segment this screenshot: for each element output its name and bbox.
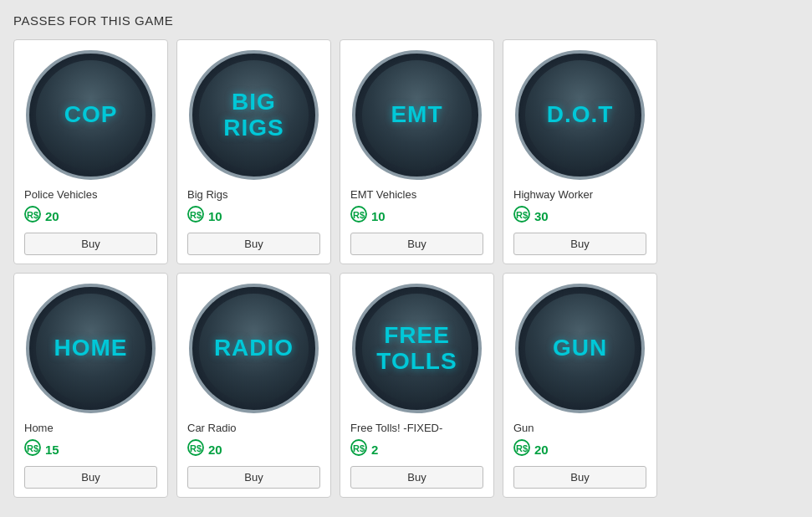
robux-icon-cop: R$ bbox=[24, 206, 41, 226]
pass-icon-text-free-tolls: FREETOLLS bbox=[376, 323, 457, 375]
pass-icon-free-tolls: FREETOLLS bbox=[352, 284, 482, 413]
robux-icon-gun: R$ bbox=[513, 439, 530, 459]
svg-text:R$: R$ bbox=[353, 443, 365, 453]
pass-icon-big-rigs: BIGRIGS bbox=[189, 50, 319, 180]
pass-name-emt: EMT Vehicles bbox=[350, 188, 416, 201]
pass-icon-text-emt: EMT bbox=[391, 102, 442, 128]
pass-price-free-tolls: R$ 2 bbox=[350, 439, 378, 459]
pass-icon-text-cop: COP bbox=[64, 102, 118, 128]
pass-icon-text-radio: RADIO bbox=[214, 335, 294, 361]
page-title: PASSES FOR THIS GAME bbox=[13, 13, 799, 28]
pass-card-gun: GUN Gun R$ 20 Buy bbox=[503, 273, 657, 498]
pass-price-big-rigs: R$ 10 bbox=[187, 206, 222, 226]
pass-price-emt: R$ 10 bbox=[350, 206, 386, 226]
pass-icon-dot: D.O.T bbox=[515, 50, 645, 180]
robux-icon-big-rigs: R$ bbox=[187, 206, 204, 226]
pass-name-gun: Gun bbox=[513, 422, 534, 434]
pass-price-cop: R$ 20 bbox=[24, 206, 59, 226]
buy-button-gun[interactable]: Buy bbox=[513, 466, 646, 489]
pass-name-cop: Police Vehicles bbox=[24, 188, 97, 201]
price-value-emt: 10 bbox=[371, 209, 386, 223]
pass-price-home: R$ 15 bbox=[24, 439, 59, 459]
pass-card-big-rigs: BIGRIGS Big Rigs R$ 10 Buy bbox=[176, 39, 331, 264]
svg-text:R$: R$ bbox=[27, 443, 38, 453]
buy-button-home[interactable]: Buy bbox=[24, 466, 157, 489]
svg-text:R$: R$ bbox=[27, 210, 38, 220]
svg-text:R$: R$ bbox=[516, 210, 528, 220]
pass-card-home: HOME Home R$ 15 Buy bbox=[13, 273, 168, 498]
pass-name-big-rigs: Big Rigs bbox=[187, 188, 227, 201]
robux-icon-home: R$ bbox=[24, 439, 41, 459]
svg-text:R$: R$ bbox=[190, 443, 202, 453]
pass-card-emt: EMT EMT Vehicles R$ 10 Buy bbox=[340, 39, 494, 264]
svg-text:R$: R$ bbox=[353, 210, 365, 220]
pass-name-home: Home bbox=[24, 422, 54, 434]
pass-card-cop: COP Police Vehicles R$ 20 Buy bbox=[13, 39, 168, 264]
price-value-gun: 20 bbox=[534, 443, 549, 457]
pass-name-radio: Car Radio bbox=[187, 422, 237, 434]
robux-icon-free-tolls: R$ bbox=[350, 439, 367, 459]
pass-icon-home: HOME bbox=[26, 284, 156, 413]
robux-icon-dot: R$ bbox=[513, 206, 530, 226]
pass-card-radio: RADIO Car Radio R$ 20 Buy bbox=[176, 273, 331, 498]
buy-button-big-rigs[interactable]: Buy bbox=[187, 233, 320, 255]
pass-name-free-tolls: Free Tolls! -FIXED- bbox=[350, 422, 442, 434]
buy-button-radio[interactable]: Buy bbox=[187, 466, 320, 489]
robux-icon-radio: R$ bbox=[187, 439, 204, 459]
pass-icon-cop: COP bbox=[26, 50, 156, 180]
price-value-home: 15 bbox=[45, 443, 59, 457]
price-value-cop: 20 bbox=[45, 209, 59, 223]
pass-card-dot: D.O.T Highway Worker R$ 30 Buy bbox=[503, 39, 657, 264]
passes-grid: COP Police Vehicles R$ 20 Buy BIGRIGS Bi… bbox=[13, 39, 799, 498]
pass-icon-gun: GUN bbox=[515, 284, 645, 413]
buy-button-dot[interactable]: Buy bbox=[513, 233, 646, 255]
pass-icon-radio: RADIO bbox=[189, 284, 319, 413]
pass-icon-text-gun: GUN bbox=[553, 335, 607, 361]
buy-button-emt[interactable]: Buy bbox=[350, 233, 483, 255]
buy-button-cop[interactable]: Buy bbox=[24, 233, 157, 255]
pass-icon-text-home: HOME bbox=[54, 335, 128, 361]
svg-text:R$: R$ bbox=[190, 210, 202, 220]
pass-icon-emt: EMT bbox=[352, 50, 482, 180]
price-value-free-tolls: 2 bbox=[371, 443, 378, 457]
pass-icon-text-big-rigs: BIGRIGS bbox=[223, 90, 283, 141]
robux-icon-emt: R$ bbox=[350, 206, 367, 226]
buy-button-free-tolls[interactable]: Buy bbox=[350, 466, 483, 489]
pass-icon-text-dot: D.O.T bbox=[547, 102, 614, 128]
pass-price-gun: R$ 20 bbox=[513, 439, 549, 459]
price-value-big-rigs: 10 bbox=[208, 209, 222, 223]
price-value-radio: 20 bbox=[208, 443, 222, 457]
svg-text:R$: R$ bbox=[516, 443, 528, 453]
pass-price-dot: R$ 30 bbox=[513, 206, 549, 226]
pass-price-radio: R$ 20 bbox=[187, 439, 222, 459]
pass-card-free-tolls: FREETOLLS Free Tolls! -FIXED- R$ 2 Buy bbox=[340, 273, 494, 498]
pass-name-dot: Highway Worker bbox=[513, 188, 593, 201]
price-value-dot: 30 bbox=[534, 209, 549, 223]
